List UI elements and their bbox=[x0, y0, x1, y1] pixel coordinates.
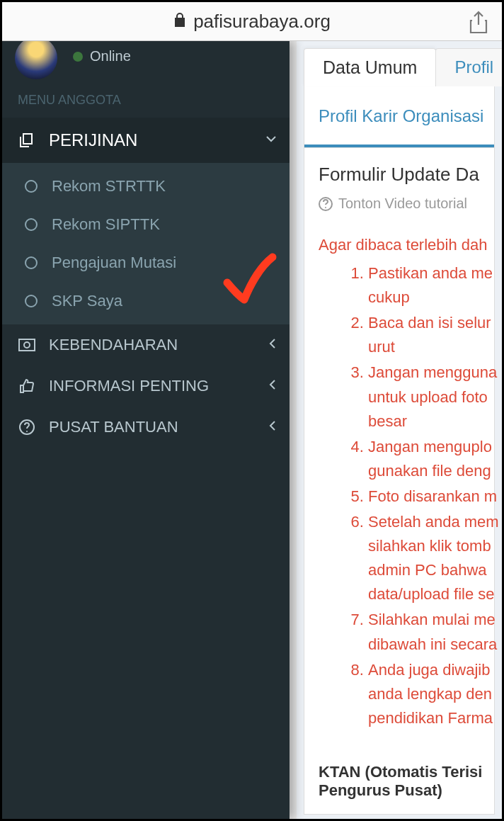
svg-point-3 bbox=[26, 431, 28, 432]
sidebar: Online MENU ANGGOTA PERIJINAN Rekom STRT… bbox=[2, 41, 290, 819]
warning-item: Pastikan anda mecukup bbox=[368, 261, 494, 310]
tutorial-text: Tonton Video tutorial bbox=[338, 196, 467, 212]
annotation-checkmark bbox=[220, 250, 280, 310]
tutorial-link[interactable]: Tonton Video tutorial bbox=[319, 196, 494, 212]
chevron-left-icon bbox=[268, 338, 277, 353]
online-status-dot bbox=[73, 52, 83, 62]
warning-item: Anda juga diwajibanda lengkap denpendidi… bbox=[368, 658, 494, 730]
menu-perijinan[interactable]: PERIJINAN bbox=[2, 118, 290, 163]
menu-item-label: KEBENDAHARAN bbox=[49, 336, 178, 354]
subitem-label: Pengajuan Mutasi bbox=[52, 254, 176, 272]
thumbs-up-icon bbox=[18, 378, 36, 394]
menu-informasi-penting[interactable]: INFORMASI PENTING bbox=[2, 366, 290, 407]
menu-kebendaharan[interactable]: KEBENDAHARAN bbox=[2, 324, 290, 366]
circle-icon bbox=[25, 256, 38, 269]
svg-rect-0 bbox=[19, 339, 35, 351]
menu-pusat-bantuan[interactable]: PUSAT BANTUAN bbox=[2, 407, 290, 448]
tab-underline bbox=[304, 145, 494, 147]
warning-item: Setelah anda memsilahkan klik tombadmin … bbox=[368, 510, 494, 606]
copy-icon bbox=[18, 132, 36, 149]
chevron-left-icon bbox=[268, 420, 277, 435]
lock-icon bbox=[173, 11, 186, 33]
svg-point-1 bbox=[24, 342, 30, 348]
svg-point-5 bbox=[325, 207, 326, 208]
tab-profil-karir[interactable]: Profil Karir Organisasi bbox=[304, 106, 483, 140]
subitem-label: SKP Saya bbox=[52, 292, 122, 310]
money-icon bbox=[18, 339, 36, 351]
warning-item: Jangan menguplogunakan file deng bbox=[368, 435, 494, 483]
question-circle-icon bbox=[319, 197, 333, 211]
share-icon[interactable] bbox=[468, 11, 489, 38]
menu-item-label: INFORMASI PENTING bbox=[49, 377, 209, 395]
subitem-label: Rekom SIPTTK bbox=[52, 215, 160, 234]
subitem-label: Rekom STRTTK bbox=[52, 177, 166, 196]
circle-icon bbox=[25, 295, 38, 307]
warning-item: Silahkan mulai medibawah ini secara bbox=[368, 608, 494, 656]
menu-item-label: PUSAT BANTUAN bbox=[49, 418, 178, 436]
online-status-text: Online bbox=[90, 48, 131, 64]
menu-perijinan-label: PERIJINAN bbox=[49, 130, 137, 150]
circle-icon bbox=[25, 180, 38, 193]
ktan-label-2: Pengurus Pusat) bbox=[319, 781, 494, 800]
circle-icon bbox=[25, 218, 38, 231]
subitem-rekom-sipttk[interactable]: Rekom SIPTTK bbox=[2, 205, 290, 244]
form-title: Formulir Update Da bbox=[319, 164, 494, 186]
menu-section-header: MENU ANGGOTA bbox=[2, 79, 290, 118]
ktan-label: KTAN (Otomatis Terisi bbox=[319, 732, 494, 781]
chevron-down-icon bbox=[265, 133, 277, 148]
tab-profil[interactable]: Profil bbox=[435, 48, 502, 86]
warning-item: Foto disarankan m bbox=[368, 485, 494, 509]
main-content: Data Umum Profil Profil Karir Organisasi… bbox=[297, 41, 502, 819]
subitem-rekom-strttk[interactable]: Rekom STRTTK bbox=[2, 167, 290, 205]
warning-block: Agar dibaca terlebih dah Pastikan anda m… bbox=[319, 212, 494, 730]
tab-data-umum[interactable]: Data Umum bbox=[304, 48, 436, 86]
question-icon bbox=[18, 419, 36, 435]
warning-intro: Agar dibaca terlebih dah bbox=[319, 233, 494, 257]
url-text: pafisurabaya.org bbox=[193, 11, 331, 33]
warning-item: Jangan menggunauntuk upload fotobesar bbox=[368, 361, 494, 433]
warning-item: Baca dan isi selururut bbox=[368, 311, 494, 359]
chevron-left-icon bbox=[268, 379, 277, 394]
browser-url-bar: pafisurabaya.org bbox=[2, 2, 502, 41]
